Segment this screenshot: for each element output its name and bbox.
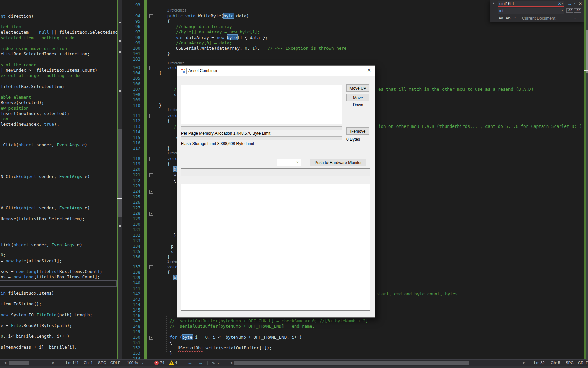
code-token: } xyxy=(167,146,170,151)
asset-listbox[interactable] xyxy=(181,85,342,124)
code-line: { xyxy=(167,161,170,167)
navigate-forward-icon[interactable]: → xyxy=(198,360,203,365)
code-token: object xyxy=(21,174,36,179)
main-hscroll-left-icon[interactable]: ◀ xyxy=(230,361,232,364)
right-column-indicator: Ch: 5 xyxy=(551,361,560,365)
line-number: 126 xyxy=(130,200,140,205)
code-token: //change data to array xyxy=(176,24,232,29)
replace-next-icon[interactable]: ↷ab xyxy=(566,8,573,13)
hscroll-left-icon[interactable]: ◀ xyxy=(4,361,6,364)
left-pane-vertical-scrollbar[interactable] xyxy=(117,0,122,359)
code-cleanup-icon[interactable]: ✎ xyxy=(212,361,216,365)
error-count[interactable]: 74 xyxy=(160,361,164,365)
find-next-icon[interactable]: → xyxy=(567,1,572,6)
warning-icon[interactable]: ! xyxy=(169,360,174,365)
code-line: var dataArray = new byte[] { data }; xyxy=(176,35,268,40)
line-number: 149 xyxy=(130,329,140,335)
line-number: 143 xyxy=(130,297,140,302)
navigate-back-icon[interactable]: ← xyxy=(188,360,193,365)
replace-all-icon[interactable]: ↷ab xyxy=(574,8,581,13)
clear-search-icon[interactable]: ✕ xyxy=(558,2,561,6)
code-token: = xyxy=(198,335,205,340)
visual-studio-window: nt direction)ted itemelectedItem == null… xyxy=(0,0,588,368)
code-token: = xyxy=(1,258,6,263)
code-line-fragment: start, cmd and byte count, bytes. xyxy=(376,291,460,297)
main-hscroll-thumb[interactable] xyxy=(234,361,469,365)
replace-history-icon[interactable]: ▾ xyxy=(562,9,563,12)
search-history-icon[interactable]: ▾ xyxy=(562,2,563,5)
code-line: } xyxy=(174,233,176,238)
cleanup-caret-icon[interactable]: ▾ xyxy=(218,362,219,365)
code-line-fragment: ion on other mcu F.A.B (thunderbirds... … xyxy=(378,124,582,129)
code-token: object xyxy=(19,142,34,147)
remove-button[interactable]: Remove xyxy=(346,127,369,135)
zoom-caret-icon[interactable]: ▾ xyxy=(142,362,143,365)
indent-guide xyxy=(152,7,152,357)
close-icon[interactable]: ✕ xyxy=(579,1,582,6)
collapse-icon[interactable]: ▲ xyxy=(492,1,495,5)
find-options-icon[interactable]: ▾ xyxy=(574,2,575,5)
scrollbar-thumb[interactable] xyxy=(586,30,588,73)
code-line: ses = new long[fileListBox.Items.Count]; xyxy=(1,269,103,274)
code-token: , xyxy=(247,46,252,51)
code-line: ion xyxy=(1,116,8,122)
move-down-button[interactable]: Move Down xyxy=(346,94,369,101)
fold-toggle-icon[interactable]: - xyxy=(149,114,153,118)
chevron-down-icon: ∨ xyxy=(296,160,299,164)
status-textbox[interactable] xyxy=(181,168,370,176)
regex-toggle[interactable]: .* xyxy=(513,16,516,20)
code-line: nt direction) xyxy=(1,14,34,19)
left-hscroll-thumb[interactable] xyxy=(9,361,29,365)
dialog-title-bar[interactable]: Asset Combiner ✕ xyxy=(177,66,375,76)
fold-toggle-icon[interactable]: - xyxy=(149,190,153,194)
editor-pane-secondary[interactable]: nt direction)ted itemelectedItem == null… xyxy=(0,0,117,359)
line-number: 142 xyxy=(130,291,140,297)
code-token: e) xyxy=(74,242,82,247)
close-icon[interactable]: ✕ xyxy=(367,68,371,73)
code-line: eListBox.SelectedIndex + direction; xyxy=(1,51,90,57)
fold-toggle-icon[interactable]: - xyxy=(149,265,153,269)
code-line: | newIndex >= fileListBox.Items.Count) xyxy=(1,68,97,73)
push-to-hardware-button[interactable]: Push to Hardware Monitor xyxy=(310,159,366,166)
scope-dropdown-icon[interactable]: ▾ xyxy=(574,17,576,20)
target-combobox[interactable]: ∨ xyxy=(277,159,301,166)
move-up-button[interactable]: Move UP xyxy=(346,84,369,92)
code-line: } xyxy=(167,51,170,56)
main-vertical-scrollbar[interactable] xyxy=(584,0,588,359)
main-hscroll-right-icon[interactable]: ▶ xyxy=(523,361,525,364)
fold-toggle-icon[interactable]: - xyxy=(149,173,153,177)
code-line: void xyxy=(167,264,178,270)
search-input[interactable] xyxy=(498,1,564,7)
asset-combiner-dialog: Asset Combiner ✕ Move UP Move Down Remov… xyxy=(177,65,375,318)
fold-toggle-icon[interactable]: - xyxy=(149,212,153,216)
hscroll-right-icon[interactable]: ▶ xyxy=(52,361,55,364)
warning-count[interactable]: 4 xyxy=(175,361,177,365)
code-token: void xyxy=(167,65,178,70)
code-token: e = xyxy=(1,323,11,328)
search-scope-select[interactable]: Current Document xyxy=(522,16,555,21)
line-number: 124 xyxy=(130,189,140,194)
code-token: WriteByte( xyxy=(196,13,224,18)
code-line: Remove(fileListBox.SelectedItem); xyxy=(1,216,85,222)
fold-toggle-icon[interactable]: - xyxy=(149,66,153,70)
line-number: 112 xyxy=(130,118,140,124)
fold-toggle-icon[interactable]: - xyxy=(149,14,153,18)
left-encoding-indicator: SPC xyxy=(98,361,106,365)
code-token: 0 xyxy=(205,335,208,340)
preview-panel xyxy=(181,184,370,310)
code-token: long xyxy=(26,269,36,274)
code-line: 0; xyxy=(1,252,6,258)
per-page-limit-label: Per Page Memory Allocation 1,048,576 Byt… xyxy=(181,131,270,136)
fold-toggle-icon[interactable]: - xyxy=(149,336,153,340)
fold-toggle-icon[interactable]: - xyxy=(149,157,153,161)
zoom-level-select[interactable]: 100 % xyxy=(127,361,138,365)
match-case-toggle[interactable]: Aa xyxy=(499,16,503,20)
whole-word-toggle[interactable]: Ab xyxy=(506,16,510,20)
error-icon[interactable]: ✕ xyxy=(154,361,159,365)
code-line: electedItem == null || fileListBox.Selec… xyxy=(1,30,117,35)
line-number: 148 xyxy=(130,324,140,329)
code-token: new xyxy=(217,35,224,40)
replace-input[interactable] xyxy=(498,8,564,14)
scrollbar-thumb[interactable] xyxy=(118,129,122,217)
right-line-indicator: Ln: 82 xyxy=(534,361,545,365)
